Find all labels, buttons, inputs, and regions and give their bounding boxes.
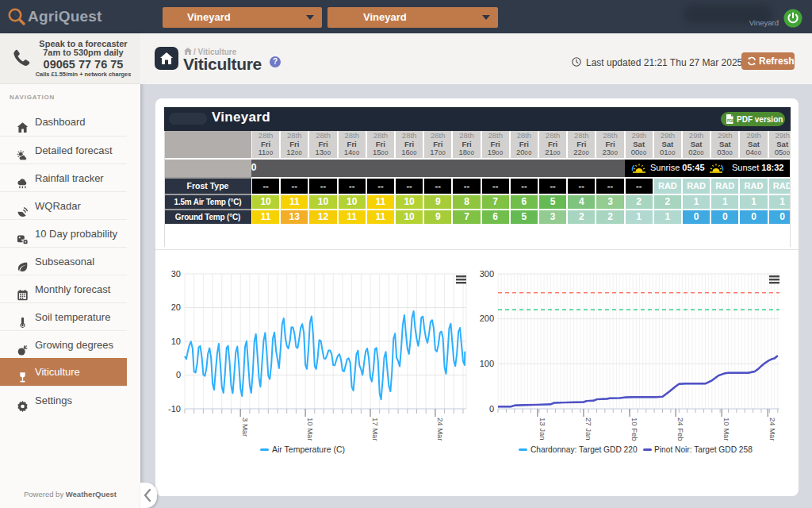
svg-text:20: 20 (171, 302, 181, 312)
svg-text:-10: -10 (168, 404, 181, 414)
svg-text:17 Mar: 17 Mar (371, 418, 380, 441)
svg-text:27 Jan: 27 Jan (584, 418, 593, 441)
svg-text:10 Mar: 10 Mar (722, 418, 731, 441)
svg-text:30: 30 (171, 269, 181, 279)
svg-text:Chardonnay: Target GDD 220: Chardonnay: Target GDD 220 (530, 445, 638, 454)
svg-text:3 Mar: 3 Mar (241, 418, 250, 437)
svg-text:0: 0 (489, 404, 494, 414)
svg-text:PDF: PDF (727, 119, 733, 123)
svg-text:24 Feb: 24 Feb (676, 418, 685, 441)
svg-text:200: 200 (480, 314, 494, 323)
svg-text:10: 10 (171, 337, 181, 346)
svg-text:0: 0 (176, 370, 181, 379)
svg-text:10 Feb: 10 Feb (630, 418, 639, 441)
svg-text:Air Temperature (C): Air Temperature (C) (272, 444, 345, 454)
svg-text:300: 300 (480, 269, 494, 279)
svg-text:Pinot Noir: Target GDD 258: Pinot Noir: Target GDD 258 (654, 445, 753, 454)
svg-text:100: 100 (480, 359, 494, 368)
svg-text:13 Jan: 13 Jan (538, 418, 547, 441)
svg-text:24 Mar: 24 Mar (436, 418, 445, 441)
svg-text:10 Mar: 10 Mar (306, 418, 315, 441)
svg-text:24 Mar: 24 Mar (768, 418, 777, 441)
